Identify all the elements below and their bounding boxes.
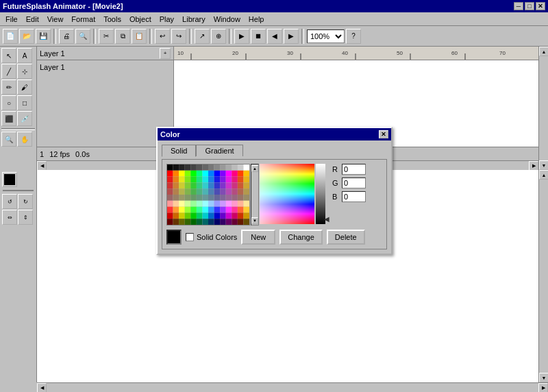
- menu-edit[interactable]: Edit: [22, 14, 43, 25]
- close-button[interactable]: ✕: [536, 2, 545, 10]
- paste-button[interactable]: 📋: [132, 29, 147, 44]
- fill-tool[interactable]: ⬛: [1, 111, 16, 126]
- stop-button[interactable]: ⏹: [251, 29, 266, 44]
- select-tool[interactable]: ↖: [1, 48, 16, 63]
- color-grid-canvas[interactable]: [166, 164, 250, 225]
- title-bar: FutureSplash Animator - [Movie2] ─ □ ✕: [0, 0, 548, 12]
- open-button[interactable]: 📂: [19, 29, 34, 44]
- menu-format[interactable]: Format: [67, 14, 99, 25]
- oval-tool[interactable]: ○: [1, 95, 16, 110]
- stroke-color-preview: [4, 174, 15, 185]
- menu-window[interactable]: Window: [210, 14, 245, 25]
- canvas-scroll-up[interactable]: ▲: [539, 170, 548, 180]
- svg-text:10: 10: [177, 50, 184, 56]
- new-button[interactable]: New: [241, 230, 275, 245]
- timeline-scroll-down[interactable]: ▼: [539, 160, 548, 170]
- print-button[interactable]: 🖨: [59, 29, 74, 44]
- color-panel: ▲ ▼ ◀: [166, 164, 382, 225]
- timeline-content-row: Layer 1: [37, 60, 538, 74]
- menu-play[interactable]: Play: [155, 14, 178, 25]
- menu-view[interactable]: View: [43, 14, 68, 25]
- paint-tool[interactable]: 🖌: [17, 79, 32, 95]
- palette-scroll-up-btn[interactable]: ▲: [251, 165, 258, 172]
- copy-button[interactable]: ⧉: [115, 29, 130, 44]
- scroll-right-arrow[interactable]: ▶: [529, 161, 538, 171]
- flip-v-btn[interactable]: ⇕: [18, 210, 33, 225]
- prev-frame-button[interactable]: ◀: [267, 29, 282, 44]
- dialog-bottom-row: Solid Colors New Change Delete: [166, 230, 382, 245]
- redo-button[interactable]: ↪: [171, 29, 186, 44]
- canvas-scroll-right[interactable]: ▶: [538, 383, 548, 392]
- rotate-right-btn[interactable]: ↻: [18, 194, 33, 209]
- g-label: G: [332, 179, 339, 187]
- timeline-v-scrollbar[interactable]: ▲ ▼: [538, 47, 548, 170]
- canvas-v-scrollbar[interactable]: ▲ ▼: [538, 170, 548, 382]
- cut-button[interactable]: ✂: [99, 29, 114, 44]
- stroke-color-btn[interactable]: [2, 172, 17, 187]
- gradient-picker-canvas[interactable]: [260, 164, 314, 224]
- left-tool-bottom: ↺ ↻ ⇔ ⇕: [0, 170, 37, 382]
- r-input[interactable]: [342, 164, 366, 175]
- canvas-h-track[interactable]: [47, 383, 538, 392]
- svg-text:20: 20: [232, 50, 238, 56]
- canvas-scroll-left[interactable]: ◀: [37, 383, 47, 392]
- palette-scrollbar[interactable]: ▲ ▼: [251, 164, 259, 225]
- menu-library[interactable]: Library: [178, 14, 210, 25]
- timeline-scroll-up[interactable]: ▲: [539, 47, 548, 56]
- tool-divider-2: [3, 190, 34, 191]
- palette-container: ▲ ▼: [166, 164, 256, 225]
- tool-row-3: ✏ 🖌: [1, 79, 35, 95]
- toolbox: ↖ A ╱ ⊹ ✏ 🖌 ○ □ ⬛ 💉 🔍 ✋: [0, 47, 37, 170]
- svg-text:70: 70: [499, 50, 506, 56]
- tool-row-extra: ↺ ↻: [2, 194, 34, 209]
- anchor-tool[interactable]: ⊹: [17, 64, 32, 79]
- eyedropper-tool[interactable]: 💉: [17, 111, 32, 126]
- rect-tool[interactable]: □: [17, 95, 32, 110]
- svg-text:30: 30: [287, 50, 293, 56]
- palette-scroll-down-btn[interactable]: ▼: [251, 217, 258, 224]
- b-input[interactable]: [342, 191, 366, 202]
- canvas-h-scrollbar[interactable]: ◀ ▶: [37, 382, 548, 392]
- canvas-scroll-down[interactable]: ▼: [539, 373, 548, 382]
- solid-colors-checkbox[interactable]: [186, 233, 194, 241]
- change-button[interactable]: Change: [279, 230, 323, 245]
- menu-file[interactable]: File: [1, 14, 22, 25]
- delete-button[interactable]: Delete: [327, 230, 365, 245]
- save-button[interactable]: 💾: [36, 29, 51, 44]
- print-preview-button[interactable]: 🔍: [75, 29, 90, 44]
- zoom-select[interactable]: 100% 50% 200%: [307, 29, 345, 43]
- brightness-area: ◀: [316, 164, 325, 224]
- menu-object[interactable]: Object: [125, 14, 155, 25]
- maximize-button[interactable]: □: [525, 2, 534, 10]
- scroll-left-arrow[interactable]: ◀: [37, 161, 47, 171]
- new-file-button[interactable]: 📄: [3, 29, 18, 44]
- toolbar-separator-5: [229, 29, 232, 44]
- timeline-scroll-track: [539, 56, 548, 160]
- dialog-tabs: Solid Gradient: [162, 145, 387, 156]
- menu-tools[interactable]: Tools: [99, 14, 125, 25]
- svg-text:40: 40: [342, 50, 348, 56]
- g-input[interactable]: [342, 177, 366, 188]
- text-tool[interactable]: A: [17, 48, 32, 63]
- menu-help[interactable]: Help: [245, 14, 269, 25]
- flip-h-btn[interactable]: ⇔: [2, 210, 17, 225]
- minimize-button[interactable]: ─: [514, 2, 523, 10]
- zoom-tool-button[interactable]: ⊕: [211, 29, 226, 44]
- color-dialog[interactable]: Color ✕ Solid Gradient ▲: [156, 127, 393, 255]
- tab-solid[interactable]: Solid: [162, 145, 196, 157]
- zoom-in-tool[interactable]: 🔍: [1, 132, 16, 147]
- play-button[interactable]: ▶: [234, 29, 249, 44]
- frames-cell: [174, 60, 538, 74]
- pen-tool[interactable]: ✏: [1, 79, 16, 95]
- undo-button[interactable]: ↩: [155, 29, 170, 44]
- g-row: G: [332, 177, 366, 188]
- dialog-close-button[interactable]: ✕: [379, 130, 388, 138]
- line-tool[interactable]: ╱: [1, 64, 16, 79]
- arrow-tool-button[interactable]: ↗: [195, 29, 210, 44]
- tab-gradient[interactable]: Gradient: [196, 145, 242, 156]
- add-layer-button[interactable]: +: [160, 48, 171, 59]
- help-button[interactable]: ?: [346, 29, 361, 44]
- next-frame-button[interactable]: ▶: [284, 29, 299, 44]
- rotate-left-btn[interactable]: ↺: [2, 194, 17, 209]
- hand-tool[interactable]: ✋: [17, 132, 32, 147]
